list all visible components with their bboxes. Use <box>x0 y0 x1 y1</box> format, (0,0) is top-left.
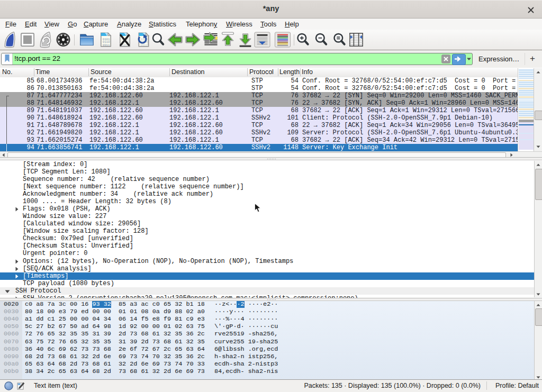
svg-text:0011: 0011 <box>103 43 110 47</box>
svg-text:0011: 0011 <box>140 43 148 47</box>
